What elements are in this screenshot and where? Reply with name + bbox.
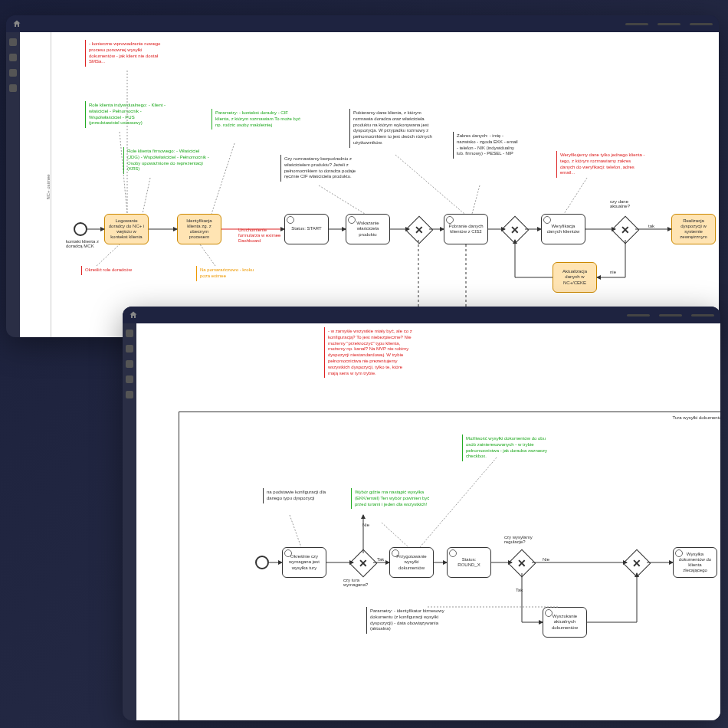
gateway-x-icon: ✕ — [615, 220, 635, 240]
sidebar-item[interactable] — [126, 330, 133, 337]
task-login[interactable]: Logowanie doradcy do NC+ i wejściu w kon… — [104, 214, 149, 244]
gateway-x-icon: ✕ — [627, 553, 647, 573]
sidebar-item[interactable] — [126, 360, 133, 368]
sidebar — [6, 32, 20, 337]
gear-icon — [675, 549, 683, 557]
svg-line-17 — [564, 178, 587, 214]
task-prepare[interactable]: Przygotowanie wysyłki dokumentów — [389, 547, 434, 578]
gear-icon — [446, 216, 454, 224]
task-identify[interactable]: Identyfikacja klienta zg. z obecnym proc… — [177, 214, 221, 244]
svg-line-15 — [395, 155, 464, 214]
annotation: Określić role doradców — [81, 266, 150, 275]
task-verify[interactable]: Weryfikacja danych klientów — [541, 214, 585, 244]
annotation: Czy rozmawiamy bezpośrednio z właściciel… — [280, 155, 365, 182]
start-label: kontakt klienta z doradcą MCK — [66, 239, 104, 248]
gateway-label: czy dane aktualne? — [610, 199, 648, 208]
home-icon[interactable] — [12, 19, 21, 28]
sidebar-item[interactable] — [126, 375, 133, 383]
annotation: Weryfikujemy dane tylko jednego klienta … — [556, 151, 648, 178]
gear-icon — [287, 216, 294, 224]
gateway-x-icon: ✕ — [409, 220, 429, 240]
gear-icon — [449, 549, 457, 557]
flow-no: nie — [610, 270, 616, 274]
task-send-docs[interactable]: Wysyłka dokumentów do klienta zlecająceg… — [673, 547, 717, 578]
svg-line-12 — [143, 178, 150, 214]
task-update[interactable]: Aktualizacja danych w NC+/CEKE — [553, 262, 597, 293]
sidebar-item[interactable] — [126, 345, 133, 353]
annotation: Pobieramy dane klienta, z którym rozmawi… — [349, 109, 441, 148]
window-controls[interactable] — [625, 23, 713, 25]
annotation: Parametry: - kontekst doradcy - CIF klie… — [212, 109, 303, 130]
gear-icon — [545, 609, 553, 617]
sidebar — [123, 323, 136, 720]
sidebar-item[interactable] — [9, 38, 17, 46]
svg-line-14 — [319, 185, 365, 214]
diagram-canvas[interactable]: NC+ osimee - konieczne wprowadzenie nowe… — [20, 32, 719, 337]
user-icon — [543, 216, 551, 224]
gateway-x-icon: ✕ — [505, 220, 525, 240]
flow-label: Uruchomienie formularza w eximee Dashboa… — [238, 228, 284, 244]
task-fetch-data[interactable]: Pobranie danych klientów z CIS2 — [444, 214, 488, 244]
flow-no: Nie — [362, 523, 369, 527]
task-owner[interactable]: Wskazanie właściciela produktu — [346, 214, 390, 244]
annotation: - w zamyśle wszystkie miały być, ale co … — [324, 327, 416, 378]
titlebar — [6, 15, 719, 32]
task-status-start[interactable]: Status: START — [284, 214, 329, 244]
pool-title: Tura wysyłki dokumentów — [673, 415, 720, 420]
user-icon — [392, 549, 399, 557]
annotation: Zakres danych: - imię - nazwisko - zgoda… — [453, 132, 522, 159]
flow-arrows — [20, 32, 719, 337]
task-execute[interactable]: Realizacja dyspozycji w systemie zewnętr… — [671, 214, 716, 244]
annotation: - konieczne wprowadzenie nowego procesu … — [85, 40, 169, 67]
annotation: Możliwość wysyłki dokumentów do obu osób… — [462, 435, 554, 461]
gateway-x-icon: ✕ — [353, 553, 373, 573]
annotation: Role klienta indywidualnego: - Klient - … — [85, 101, 169, 128]
sidebar-item[interactable] — [9, 84, 17, 92]
sidebar-item[interactable] — [9, 69, 17, 77]
gear-icon — [284, 549, 292, 557]
annotation: Parametry: - identyfikator biznesowy dok… — [366, 607, 458, 634]
window-controls[interactable] — [627, 314, 714, 316]
task-search-docs[interactable]: Wyszukanie aktualnych dokumentów — [543, 607, 587, 638]
app-window-back: NC+ osimee - konieczne wprowadzenie nowe… — [6, 15, 719, 337]
gateway-x-icon: ✕ — [512, 553, 532, 573]
flow-no: Nie — [543, 557, 549, 562]
svg-line-19 — [200, 244, 215, 266]
svg-line-16 — [472, 185, 480, 214]
annotation: na podstawie konfiguracji dla danego typ… — [263, 488, 332, 503]
home-icon[interactable] — [129, 310, 138, 320]
flow-yes: tak — [648, 224, 654, 228]
annotation: Wybór gdzie ma nastąpić wysyłka (EKK/ema… — [351, 488, 435, 509]
sidebar-item[interactable] — [126, 391, 133, 398]
task-status-round[interactable]: Status: ROUND_X — [447, 547, 491, 578]
sidebar-item[interactable] — [9, 54, 17, 61]
titlebar — [123, 307, 720, 323]
app-window-front: - w zamyśle wszystkie miały być, ale co … — [123, 307, 720, 720]
flow-yes: Tak — [377, 557, 384, 562]
annotation: Na pomarańczowo - kroku poza eximee — [196, 266, 265, 281]
task-check-send[interactable]: Określnie czy wymagana jest wysyłka tury — [282, 547, 326, 578]
gateway-label: czy wysyłamy regulacje? — [504, 535, 546, 544]
ruler-label: NC+ osimee — [46, 174, 51, 199]
flow-yes: Tak — [516, 588, 523, 592]
start-event[interactable] — [74, 222, 87, 236]
gateway-label: czy tura wymagana? — [343, 578, 378, 587]
annotation: Role klienta firmowego: - Właściciel (JD… — [123, 147, 215, 174]
start-event[interactable] — [255, 556, 269, 569]
user-icon — [348, 216, 356, 224]
diagram-canvas[interactable]: - w zamyśle wszystkie miały być, ale co … — [136, 323, 720, 720]
